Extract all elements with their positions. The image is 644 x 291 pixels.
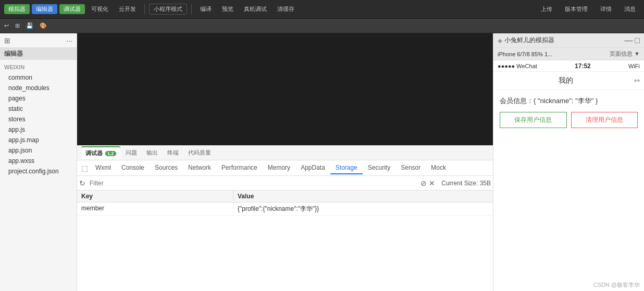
main-content: ⊞ ··· 编辑器 WEIXIN common node_modules pag… [0, 33, 644, 291]
sim-page-title: 我的 •• [493, 72, 644, 90]
tab-debugger[interactable]: 调试器 1,2 [81, 146, 120, 159]
back-icon[interactable]: ↩ [4, 22, 9, 29]
clear-cache-btn[interactable]: 清缓存 [273, 4, 299, 14]
page-info-btn[interactable]: 页面信息 ▼ [610, 50, 640, 58]
sidebar-item-appjs[interactable]: app.js [0, 124, 77, 135]
theme-icon[interactable]: 🎨 [40, 22, 47, 29]
sidebar-toolbar: ⊞ ··· [0, 33, 77, 48]
storage-tab-console[interactable]: Console [116, 162, 150, 174]
tab-terminal[interactable]: 终端 [163, 147, 183, 159]
toolbar-separator2 [191, 4, 192, 15]
sim-logo-icon: ◈ [498, 37, 502, 44]
devtools-tabs-bar: 调试器 1,2 问题 输出 终端 代码质量 [77, 146, 493, 160]
storage-tab-wxml[interactable]: Wxml [90, 162, 116, 174]
sidebar-item-appwxss[interactable]: app.wxss [0, 156, 77, 166]
sidebar-item-editor[interactable]: 编辑器 [0, 48, 77, 60]
watermark: CSDN @极客李华 [593, 281, 640, 289]
storage-tab-mock[interactable]: Mock [426, 162, 451, 174]
sidebar-item-pages[interactable]: pages [0, 93, 77, 104]
toolbar-right: 上传 版本管理 详情 消息 [537, 4, 640, 14]
storage-tab-sensor[interactable]: Sensor [395, 162, 426, 174]
table-row[interactable]: member {"profile":{"nickname":"李华"}} [77, 203, 493, 216]
storage-tab-sources[interactable]: Sources [150, 162, 183, 174]
save-icon[interactable]: 💾 [26, 22, 33, 29]
debugger-badge: 1,2 [105, 151, 116, 156]
editor-btn[interactable]: 编辑器 [32, 4, 57, 14]
signal-status: ●●●●● WeChat [498, 63, 537, 69]
editor-area: 调试器 1,2 问题 输出 终端 代码质量 ⬚ Wxml Console Sou… [77, 33, 493, 291]
compile-btn[interactable]: 编译 [196, 4, 216, 14]
code-editor[interactable] [77, 33, 493, 145]
cell-key: member [77, 203, 233, 216]
cell-value: {"profile":{"nickname":"李华"}} [233, 203, 493, 216]
sidebar-more-btn[interactable]: ··· [66, 36, 72, 45]
simulator-status-bar: ●●●●● WeChat 17:52 WiFi [493, 60, 644, 72]
sidebar-expand-icon[interactable]: ⊞ [4, 36, 10, 45]
sidebar-section-weixin: WEIXIN [0, 62, 77, 72]
device-info: iPhone 6/7/8 85% 1... [498, 51, 552, 57]
storage-tab-appdata[interactable]: AppData [295, 162, 330, 174]
sidebar-item-appjsmap[interactable]: app.js.map [0, 135, 77, 145]
sim-more-dots[interactable]: •• [634, 76, 640, 85]
storage-tab-performance[interactable]: Performance [216, 162, 263, 174]
maximize-btn[interactable]: □ [635, 36, 640, 45]
tab-output[interactable]: 输出 [142, 147, 162, 159]
storage-tab-storage[interactable]: Storage [330, 162, 363, 174]
upload-btn[interactable]: 上传 [537, 4, 556, 14]
sidebar-item-node-modules[interactable]: node_modules [0, 83, 77, 93]
top-toolbar: 模拟器 编辑器 调试器 可视化 云开发 小程序模式 编译 预览 真机调试 清缓存… [0, 0, 644, 19]
filter-input[interactable] [88, 179, 418, 188]
tab-code-quality[interactable]: 代码质量 [184, 147, 215, 159]
second-toolbar: ↩ ⊞ 💾 🎨 [0, 19, 644, 33]
sidebar-item-projectconfig[interactable]: project.config.json [0, 166, 77, 176]
simulator-titlebar: ◈ 小兔鲜儿的模拟器 — □ [493, 33, 644, 48]
inspect-icon[interactable]: ⬚ [79, 162, 90, 174]
preview-btn[interactable]: 预览 [218, 4, 238, 14]
filter-close-icon[interactable]: ✕ [429, 179, 435, 187]
sidebar-item-common[interactable]: common [0, 72, 77, 83]
clear-user-info-btn[interactable]: 清理用户信息 [571, 112, 638, 128]
cloud-dev-btn[interactable]: 云开发 [115, 4, 140, 14]
table-header: Key Value [77, 191, 493, 203]
simulator-title: 小兔鲜儿的模拟器 [504, 36, 622, 45]
save-user-info-btn[interactable]: 保存用户信息 [500, 112, 567, 128]
simulator-btn[interactable]: 模拟器 [4, 4, 30, 14]
sidebar-item-appjson[interactable]: app.json [0, 145, 77, 156]
grid-icon[interactable]: ⊞ [15, 22, 20, 29]
simulator-panel: ◈ 小兔鲜儿的模拟器 — □ iPhone 6/7/8 85% 1... 页面信… [493, 33, 644, 291]
storage-tab-memory[interactable]: Memory [263, 162, 295, 174]
storage-table: Key Value member {"profile":{"nickname":… [77, 191, 493, 291]
member-info-display: 会员信息：{ "nickname": "李华" } [493, 90, 644, 112]
devtools-panel: 调试器 1,2 问题 输出 终端 代码质量 ⬚ Wxml Console Sou… [77, 145, 493, 291]
storage-tabs-bar: ⬚ Wxml Console Sources Network Performan… [77, 160, 493, 176]
toolbar-separator [144, 4, 145, 15]
sidebar-item-stores[interactable]: stores [0, 114, 77, 124]
minimize-btn[interactable]: — [624, 36, 633, 45]
column-key: Key [77, 191, 233, 202]
simulator-content: 我的 •• 会员信息：{ "nickname": "李华" } 保存用户信息 清… [493, 72, 644, 291]
refresh-btn[interactable]: ↻ [79, 179, 85, 187]
sim-action-buttons: 保存用户信息 清理用户信息 [493, 112, 644, 134]
column-value: Value [233, 191, 493, 202]
sidebar: ⊞ ··· 编辑器 WEIXIN common node_modules pag… [0, 33, 77, 291]
mode-label: 小程序模式 [149, 4, 187, 15]
message-btn[interactable]: 消息 [620, 4, 640, 14]
wifi-icon: WiFi [628, 63, 640, 69]
simulator-info-bar: iPhone 6/7/8 85% 1... 页面信息 ▼ [493, 48, 644, 60]
sidebar-item-static[interactable]: static [0, 104, 77, 114]
filter-clear-icon[interactable]: ⊘ [420, 179, 427, 187]
detail-btn[interactable]: 详情 [596, 4, 616, 14]
current-size-label: Current Size: 35B [441, 180, 491, 187]
filter-bar: ↻ ⊘ ✕ Current Size: 35B [77, 176, 493, 191]
sim-time: 17:52 [575, 62, 591, 70]
debugger-btn[interactable]: 调试器 [59, 4, 85, 14]
tab-problems[interactable]: 问题 [121, 147, 141, 159]
real-dev-btn[interactable]: 真机调试 [240, 4, 271, 14]
storage-tab-security[interactable]: Security [363, 162, 395, 174]
storage-tab-network[interactable]: Network [183, 162, 216, 174]
version-btn[interactable]: 版本管理 [561, 4, 592, 14]
visualize-btn[interactable]: 可视化 [87, 4, 113, 14]
